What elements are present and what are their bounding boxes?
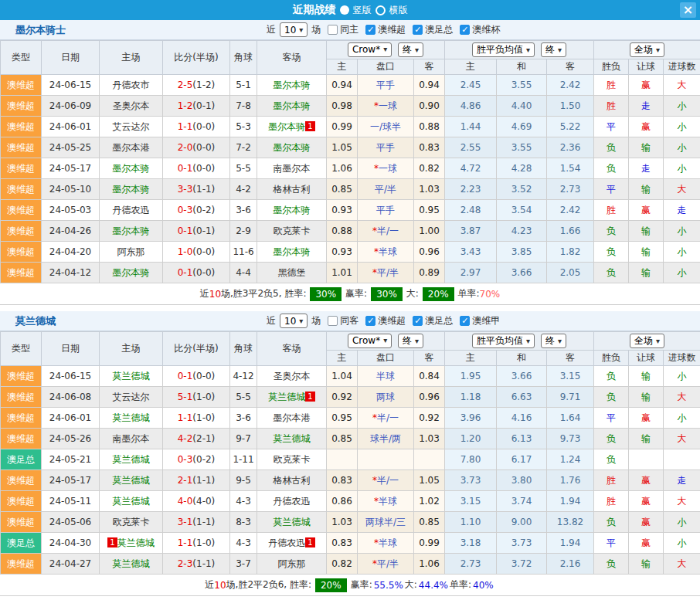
close-button[interactable]: ×	[680, 2, 696, 18]
check-icon: ✓	[461, 317, 468, 325]
league-type: 澳维超	[1, 366, 42, 387]
near-label: 近	[267, 314, 276, 327]
home-team: 莫兰德城	[100, 554, 163, 575]
subcol-avg-draw: 和	[497, 351, 547, 366]
halftime-score: (0-0)	[192, 246, 215, 257]
avg-state-select[interactable]: 终▾	[541, 42, 566, 57]
fulltime-score: 1-1	[178, 412, 193, 423]
avg-draw-odds: 4.40	[497, 96, 547, 117]
result-wdl: 负	[594, 449, 629, 470]
col-date: 日期	[42, 41, 100, 75]
away-handicap-odds	[414, 449, 445, 470]
results-table: 类型 日期 主场 比分(半场) 角球 客场 Crow*▾ 终▾ 胜平负均值▾ 终…	[0, 331, 700, 575]
match-date: 24-05-11	[42, 491, 100, 512]
fulltime-score: 0-3	[178, 454, 193, 465]
vertical-layout-label[interactable]: 竖版	[353, 4, 372, 17]
league-checkbox-2[interactable]: ✓	[460, 25, 470, 35]
home-handicap-odds: 0.98	[327, 96, 358, 117]
home-handicap-odds: 0.88	[327, 221, 358, 242]
table-row: 澳维超24-04-20阿东那1-0(0-0)11-6墨尔本骑0.93*半球0.9…	[1, 242, 700, 263]
same-venue-checkbox[interactable]	[328, 25, 338, 35]
score-cell: 5-1(1-0)	[163, 387, 230, 408]
same-venue-checkbox[interactable]	[328, 316, 338, 326]
chevron-down-icon: ▾	[526, 337, 530, 345]
handicap-name: 平/半	[377, 267, 399, 278]
fulltime-score: 0-1	[178, 163, 193, 174]
result-goals: 走	[664, 200, 700, 221]
team-section-0: 墨尔本骑士 近 10 ▾ 场 同主 ✓ 澳维超 ✓ 澳足总 ✓ 澳维杯	[0, 20, 700, 305]
home-handicap-odds: 1.05	[327, 137, 358, 158]
avg-home-odds: 4.86	[445, 96, 497, 117]
result-wdl: 负	[594, 137, 629, 158]
away-team-name: 墨尔本骑	[268, 121, 305, 132]
section-header: 莫兰德城 近 10 ▾ 场 同客 ✓ 澳维超 ✓ 澳足总 ✓ 澳维甲	[0, 311, 700, 331]
home-team: 丹德农迅	[100, 200, 163, 221]
match-date: 24-06-01	[42, 117, 100, 137]
league-type: 澳维超	[1, 429, 42, 449]
home-team: 阿东那	[100, 242, 163, 263]
halftime-score: (1-1)	[192, 517, 215, 527]
avg-source-select[interactable]: 胜平负均值▾	[472, 334, 535, 348]
away-team-name: 莫兰德城	[268, 392, 305, 402]
odds-source-select[interactable]: Crow*▾	[348, 334, 392, 348]
odds-state-select[interactable]: 终▾	[398, 334, 423, 348]
away-team: 南墨尔本	[257, 158, 327, 179]
scope-value: 全场	[634, 43, 653, 56]
table-row: 澳维超24-05-17莫兰德城2-1(1-1)9-5格林古利0.83*半/一1.…	[1, 470, 700, 491]
home-handicap-odds: 0.82	[327, 554, 358, 575]
handicap-name: 半球	[379, 496, 397, 507]
league-checkbox-0[interactable]: ✓	[365, 25, 375, 35]
avg-away-odds: 1.66	[547, 221, 594, 242]
fulltime-score: 0-1	[178, 371, 193, 381]
result-goals: 大	[664, 554, 700, 575]
score-cell: 0-1(0-0)	[163, 263, 230, 283]
avg-state-select[interactable]: 终▾	[541, 334, 566, 348]
odds-rate-value: 55.5%	[374, 580, 403, 591]
home-handicap-odds: 0.93	[327, 200, 358, 221]
scope-select[interactable]: 全场▾	[630, 42, 664, 57]
win-rate-value: 30%	[310, 287, 342, 301]
avg-source-select[interactable]: 胜平负均值▾	[472, 42, 535, 57]
subcol-avg-away: 客	[547, 351, 594, 366]
summary-bar: 近10场,胜3平2负5, 胜率: 30% 赢率: 30% 大: 20% 单率: …	[0, 283, 700, 305]
fulltime-score: 1-2	[178, 100, 193, 111]
avg-away-odds: 1.94	[547, 491, 594, 512]
odds-state-select[interactable]: 终▾	[398, 42, 423, 57]
horizontal-layout-label[interactable]: 横版	[389, 4, 408, 17]
result-goals: 走	[664, 470, 700, 491]
vertical-layout-radio[interactable]	[340, 5, 349, 15]
league-label-2: 澳维杯	[472, 23, 500, 36]
odds-source-select[interactable]: Crow*▾	[348, 42, 392, 57]
avg-away-odds: 2.42	[547, 200, 594, 221]
result-handicap: 输	[629, 179, 664, 200]
match-count-select[interactable]: 10 ▾	[280, 22, 308, 37]
league-checkbox-0[interactable]: ✓	[365, 316, 375, 326]
league-checkbox-2[interactable]: ✓	[460, 316, 470, 326]
home-team-name: 莫兰德城	[113, 558, 150, 569]
handicap-name: 半球	[376, 371, 395, 381]
away-team-name: 墨尔本骑	[274, 100, 311, 111]
match-date: 24-05-17	[42, 158, 100, 179]
away-handicap-odds: 0.99	[414, 533, 445, 554]
avg-home-odds: 7.80	[445, 449, 497, 470]
league-checkbox-1[interactable]: ✓	[413, 316, 423, 326]
result-goals	[664, 449, 700, 470]
halftime-score: (0-0)	[192, 121, 215, 132]
horizontal-layout-radio[interactable]	[375, 5, 386, 15]
result-handicap: 输	[629, 263, 664, 283]
score-cell: 1-1(1-0)	[163, 408, 230, 429]
league-label-1: 澳足总	[425, 23, 453, 36]
match-count-select[interactable]: 10 ▾	[280, 314, 308, 328]
result-goals: 小	[664, 408, 700, 429]
result-wdl: 负	[594, 366, 629, 387]
avg-home-odds: 2.55	[445, 137, 497, 158]
result-goals: 小	[664, 366, 700, 387]
scope-select[interactable]: 全场▾	[630, 334, 664, 348]
home-handicap-odds: 0.93	[327, 242, 358, 263]
table-row: 澳足总24-05-21莫兰德城0-3(0-2)1-11欧克莱卡7.806.171…	[1, 449, 700, 470]
home-team-name: 莫兰德城	[113, 412, 150, 423]
league-checkbox-1[interactable]: ✓	[413, 25, 423, 35]
home-handicap-odds: 0.83	[327, 470, 358, 491]
score-cell: 1-1(0-0)	[163, 117, 230, 137]
col-home: 主场	[100, 41, 163, 75]
